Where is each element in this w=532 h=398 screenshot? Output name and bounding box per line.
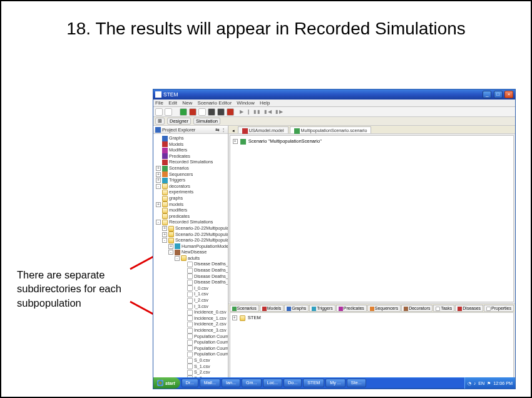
tree-item[interactable]: I_1.csv [181, 291, 227, 297]
open-perspective-button[interactable]: ⊞ [155, 118, 165, 125]
toolbar-btn[interactable] [217, 108, 225, 116]
tree-item[interactable]: S_2.csv [181, 369, 227, 375]
tray-lang[interactable]: EN [478, 380, 484, 386]
editor-tab[interactable]: MultipopulationScenario.scenario [290, 126, 372, 133]
tray-clock[interactable]: 12:06 PM [493, 380, 513, 386]
view-tab[interactable]: Diseases [455, 305, 483, 312]
tree-item[interactable]: Recorded Simulations [156, 159, 227, 165]
tree-item[interactable]: Disease Deaths_0.csv [181, 261, 227, 267]
tray-icon[interactable]: ◔ [468, 380, 471, 386]
tray-icon[interactable]: ♪ [474, 380, 476, 386]
tree-item[interactable]: I_3.csv [181, 304, 227, 310]
menu-file[interactable]: File [155, 100, 163, 106]
tree-item[interactable]: -adultsDisease Deaths_0.csvDisease Death… [175, 255, 227, 381]
tree-item[interactable]: Incidence_0.csv [181, 309, 227, 315]
taskbar-item[interactable]: Dr... [182, 379, 198, 387]
view-tab[interactable]: Sequencers [367, 305, 401, 312]
tree-item[interactable]: Incidence_1.csv [181, 315, 227, 322]
view-tab[interactable]: Graphs [284, 305, 309, 312]
tree-item[interactable]: Disease Deaths_1.csv [181, 267, 227, 273]
tree-item[interactable]: Incidence_3.csv [181, 327, 227, 334]
tree-item[interactable]: +HumanPopulationModel [168, 243, 227, 250]
tray-icon[interactable]: ⚑ [487, 380, 491, 386]
tree-item[interactable]: +models [156, 202, 227, 208]
lower-body[interactable]: + STEM [230, 312, 514, 382]
view-tab[interactable]: Tasks [433, 305, 454, 312]
expand-icon[interactable]: + [156, 202, 161, 207]
expand-icon[interactable]: + [162, 232, 167, 237]
toolbar-btn[interactable] [165, 108, 172, 116]
minimize-button[interactable]: _ [483, 91, 491, 98]
tree-item[interactable]: -Scenario-20-22MultipopulationScenario-2… [162, 237, 227, 384]
expand-icon[interactable]: - [156, 220, 161, 225]
play-controls[interactable]: ▶ ‖ ▮▮ ▮◀ ▮▶ [240, 109, 284, 115]
tree-item[interactable]: Population Count_2.csv [181, 345, 227, 352]
tree-item[interactable]: graphs [156, 195, 227, 202]
tree-item[interactable]: Graphs [156, 135, 227, 141]
view-tab[interactable]: Predicates [336, 305, 367, 312]
editor-body[interactable]: + Scenario "MultipopulationScenario" [230, 135, 514, 302]
toolbar-btn[interactable] [227, 108, 234, 116]
maximize-button[interactable]: □ [494, 91, 503, 98]
system-tray[interactable]: ◔ ♪ EN ⚑ 12:06 PM [464, 377, 515, 389]
taskbar-item[interactable]: Ian... [222, 379, 240, 387]
menu-window[interactable]: Window [237, 100, 254, 106]
view-tab[interactable]: Properties [484, 305, 514, 312]
tree-item[interactable]: +Scenario-20-22MultipopulationScenario-2… [162, 225, 227, 232]
expand-icon[interactable]: - [175, 256, 180, 261]
taskbar-item[interactable]: Mail... [200, 379, 220, 387]
tree-item[interactable]: Population Count_3.csv [181, 351, 227, 357]
tree-item[interactable]: S_1.csv [181, 364, 227, 370]
project-explorer-tab[interactable]: Project Explorer ⇆ ⋮ [153, 126, 228, 134]
expand-icon[interactable]: - [168, 250, 173, 255]
pane-toolbar[interactable]: ⇆ ⋮ [215, 127, 226, 133]
tree-item[interactable]: +Triggers [156, 177, 227, 183]
tree-item[interactable]: +Sequencers [156, 171, 227, 178]
tree-item[interactable]: -Recorded Simulations+Scenario-20-22Mult… [156, 219, 227, 384]
expand-icon[interactable]: + [233, 139, 238, 144]
tree-item[interactable]: Predicates [156, 153, 227, 160]
tree-item[interactable]: predicates [156, 213, 227, 220]
tree-item[interactable]: I_2.csv [181, 297, 227, 304]
toolbar-btn[interactable] [208, 108, 215, 116]
view-tab[interactable]: Scenarios [230, 305, 259, 312]
expand-icon[interactable]: + [156, 172, 161, 177]
view-tab[interactable]: Models [260, 305, 284, 312]
view-tab[interactable]: Decorators [401, 305, 432, 312]
view-tab[interactable]: Triggers [309, 305, 335, 312]
close-button[interactable]: × [504, 91, 513, 98]
tree-item[interactable]: Models [156, 141, 227, 148]
perspective-simulation[interactable]: Simulation [193, 118, 220, 125]
taskbar-item[interactable]: Do... [284, 379, 302, 387]
expand-icon[interactable]: + [162, 226, 167, 231]
tree-item[interactable]: Population Count_1.csv [181, 339, 227, 345]
toolbar-btn[interactable] [155, 108, 163, 116]
taskbar-item[interactable]: My ... [325, 379, 345, 387]
expand-icon[interactable]: + [156, 166, 161, 171]
taskbar-item[interactable]: STEM [303, 379, 324, 387]
expand-icon[interactable]: + [168, 244, 173, 249]
tree-item[interactable]: modifiers [156, 207, 227, 213]
toolbar-btn[interactable] [180, 108, 187, 116]
tree-item[interactable]: +Scenarios [156, 165, 227, 171]
expand-icon[interactable]: - [156, 184, 161, 189]
expand-icon[interactable]: - [162, 238, 167, 243]
expand-icon[interactable]: + [156, 178, 161, 183]
tree-item[interactable]: Population Count_0.csv [181, 334, 227, 340]
tree-item[interactable]: S_0.csv [181, 357, 227, 364]
editor-tab[interactable]: USAmodel.model [238, 126, 289, 133]
tree-item[interactable]: Disease Deaths_2.csv [181, 273, 227, 280]
tree-item[interactable]: experiments [156, 189, 227, 195]
project-tree[interactable]: GraphsModelsModifiersPredicatesRecorded … [153, 134, 228, 384]
tree-item[interactable]: +Scenario-20-22MultipopulationScenario-2… [162, 232, 227, 238]
tree-item[interactable]: I_0.csv [181, 285, 227, 292]
start-button[interactable]: start [153, 377, 180, 389]
menu-new[interactable]: New [182, 100, 192, 106]
tree-item[interactable]: -NewDisease-adultsDisease Deaths_0.csvDi… [168, 249, 227, 384]
perspective-designer[interactable]: Designer [167, 118, 191, 125]
menu-scenario-editor[interactable]: Scenario Editor [197, 100, 232, 106]
tree-item[interactable]: Modifiers [156, 147, 227, 153]
editor-tab-prefix[interactable]: ◂ [230, 128, 237, 133]
tree-item[interactable]: Incidence_2.csv [181, 321, 227, 327]
taskbar-item[interactable]: Loc... [263, 379, 283, 387]
